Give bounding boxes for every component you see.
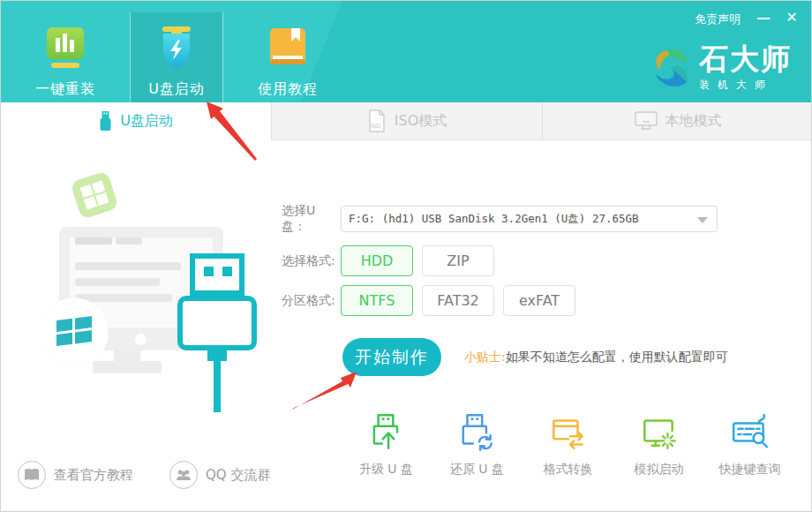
svg-text:ISO: ISO	[371, 123, 380, 130]
usb-stick-icon	[99, 110, 112, 132]
mode-tab-label: 本地模式	[665, 112, 722, 131]
partition-option-fat32[interactable]: FAT32	[422, 285, 494, 316]
tool-label: 快捷键查询	[704, 462, 795, 478]
usb-drive-select[interactable]: F:G: (hd1) USB SanDisk 3.2Gen1 (U盘) 27.6…	[341, 206, 718, 232]
tip-text: 小贴士:如果不知道怎么配置，使用默认配置即可	[464, 350, 728, 365]
brand-logo: 石大师 装机大师	[650, 43, 792, 93]
main-content: 选择U盘： F:G: (hd1) USB SanDisk 3.2Gen1 (U盘…	[1, 140, 812, 512]
book-open-icon	[18, 461, 46, 489]
iso-file-icon: ISO	[367, 109, 387, 132]
mode-tab-label: ISO模式	[395, 112, 447, 131]
usb-restore-icon	[457, 412, 498, 453]
format-option-zip[interactable]: ZIP	[422, 245, 494, 276]
format-convert-icon	[548, 412, 589, 453]
disclaimer-link[interactable]: 免责声明	[695, 11, 741, 27]
partition-label: 分区格式:	[282, 293, 339, 309]
app-window: 一键重装 U盘启动 使用教程 免责声明 — ✕	[0, 0, 812, 512]
partition-option-exfat[interactable]: exFAT	[503, 285, 575, 316]
format-label: 选择格式:	[282, 253, 339, 269]
tab-label: U盘启动	[131, 80, 222, 99]
start-button[interactable]: 开始制作	[342, 338, 441, 376]
windows-flag-badge	[40, 297, 109, 366]
link-label: QQ 交流群	[206, 467, 270, 484]
local-monitor-icon	[635, 110, 658, 132]
tool-restore-usb[interactable]: 还原 U 盘	[432, 412, 523, 478]
tool-label: 还原 U 盘	[432, 462, 523, 478]
people-group-icon	[169, 461, 198, 489]
mode-tab-usb-boot[interactable]: U盘启动	[1, 102, 272, 140]
usb-select-label: 选择U盘：	[282, 203, 339, 235]
tab-usb-boot[interactable]: U盘启动	[130, 12, 223, 102]
qq-group-link[interactable]: QQ 交流群	[169, 461, 270, 489]
mode-tab-bar: U盘启动 ISO ISO模式 本地模式	[1, 102, 812, 140]
header: 一键重装 U盘启动 使用教程 免责声明 — ✕	[1, 1, 812, 102]
official-tutorial-link[interactable]: 查看官方教程	[18, 461, 133, 489]
tool-hotkey-query[interactable]: 快捷键查询	[704, 412, 795, 478]
windows-tile-icon	[70, 170, 118, 219]
tools-row: 升级 U 盘 还原 U 盘	[341, 412, 812, 478]
tool-simulate-boot[interactable]: 模拟启动	[613, 412, 704, 478]
usb-illustration	[1, 140, 292, 432]
close-button[interactable]: ✕	[781, 8, 802, 27]
simulate-boot-icon	[639, 412, 680, 453]
tab-one-key-reinstall[interactable]: 一键重装	[19, 12, 112, 102]
tool-upgrade-usb[interactable]: 升级 U 盘	[341, 412, 432, 478]
tool-label: 模拟启动	[613, 462, 704, 478]
tab-label: 一键重装	[19, 80, 112, 99]
shield-icon	[155, 26, 198, 73]
usb-plug-illustration	[176, 253, 257, 412]
book-icon	[267, 26, 309, 73]
usb-upgrade-icon	[366, 412, 407, 453]
chart-icon	[44, 26, 86, 73]
mode-tab-iso[interactable]: ISO ISO模式	[272, 102, 543, 140]
tool-format-convert[interactable]: 格式转换	[523, 412, 613, 478]
minimize-button[interactable]: —	[753, 8, 774, 27]
brand-subtitle: 装机大师	[699, 78, 792, 93]
mode-tab-local[interactable]: 本地模式	[543, 102, 812, 140]
brand-name: 石大师	[699, 43, 792, 75]
chevron-down-icon	[697, 217, 708, 223]
monitor-stand	[114, 350, 140, 361]
hotkey-query-icon	[730, 412, 771, 453]
format-option-hdd[interactable]: HDD	[341, 245, 413, 276]
tool-label: 格式转换	[523, 462, 613, 478]
usb-drive-value: F:G: (hd1) USB SanDisk 3.2Gen1 (U盘) 27.6…	[349, 212, 639, 227]
tab-tutorial[interactable]: 使用教程	[241, 12, 335, 102]
brand-swirl-icon	[650, 46, 690, 90]
link-label: 查看官方教程	[54, 467, 133, 484]
mode-tab-label: U盘启动	[120, 112, 173, 131]
tab-label: 使用教程	[241, 80, 335, 99]
tool-label: 升级 U 盘	[341, 462, 432, 478]
partition-option-ntfs[interactable]: NTFS	[341, 285, 413, 316]
